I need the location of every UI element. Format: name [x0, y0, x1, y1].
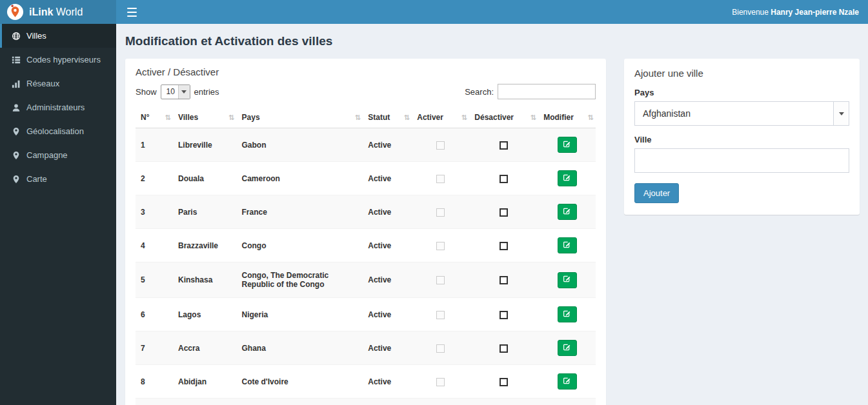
- cell-statut: Active: [363, 365, 412, 399]
- page-length-control: Show 10 entries: [136, 84, 219, 99]
- table-row: 9 Dakar Senegal Active: [136, 399, 596, 405]
- cell-statut: Active: [363, 399, 412, 405]
- cell-statut: Active: [363, 128, 412, 162]
- edit-pencil-icon: [563, 207, 571, 217]
- desactiver-checkbox[interactable]: [500, 208, 508, 217]
- datatable-toolbar: Show 10 entries Search:: [136, 84, 596, 99]
- cell-statut: Active: [363, 331, 412, 365]
- column-header-villes[interactable]: Villes⇅: [173, 107, 237, 128]
- map-marker-icon: [12, 151, 21, 160]
- page-length-select[interactable]: 10: [161, 84, 190, 99]
- activer-checkbox[interactable]: [436, 344, 445, 353]
- column-header-modifier[interactable]: Modifier⇅: [538, 107, 596, 128]
- column-header-pays[interactable]: Pays⇅: [237, 107, 363, 128]
- list-icon: [12, 55, 21, 64]
- sidebar-item-reseaux[interactable]: Réseaux: [0, 72, 116, 95]
- villes-table-panel: Activer / Désactiver Show 10 entries: [125, 59, 606, 405]
- table-row: 5 Kinshasa Congo, The Democratic Republi…: [136, 262, 596, 298]
- table-row: 3 Paris France Active: [136, 195, 596, 229]
- add-panel-title: Ajouter une ville: [634, 68, 849, 79]
- ajouter-button[interactable]: Ajouter: [634, 183, 679, 203]
- sort-icon: ⇅: [588, 114, 594, 122]
- column-header-num[interactable]: N°⇅: [136, 107, 173, 128]
- cell-num: 9: [136, 399, 173, 405]
- table-body: 1 Libreville Gabon Active 2 Douala Camer…: [136, 128, 596, 405]
- modifier-button[interactable]: [558, 373, 577, 390]
- cell-num: 2: [136, 162, 173, 195]
- ville-input[interactable]: [634, 148, 849, 173]
- modifier-button[interactable]: [558, 306, 577, 322]
- cell-ville: Libreville: [173, 128, 237, 162]
- table-row: 6 Lagos Nigeria Active: [136, 298, 596, 331]
- cell-statut: Active: [363, 229, 412, 262]
- activer-checkbox[interactable]: [436, 276, 445, 284]
- desactiver-checkbox[interactable]: [500, 378, 508, 386]
- sidebar-item-villes[interactable]: Villes: [0, 24, 116, 48]
- edit-pencil-icon: [563, 377, 571, 387]
- desactiver-checkbox[interactable]: [500, 175, 508, 183]
- entries-label: entries: [194, 87, 219, 97]
- desactiver-checkbox[interactable]: [500, 276, 508, 284]
- column-header-statut[interactable]: Statut⇅: [363, 107, 412, 128]
- activer-checkbox[interactable]: [436, 141, 445, 150]
- modifier-button[interactable]: [558, 204, 577, 220]
- activer-checkbox[interactable]: [436, 242, 445, 250]
- pays-label: Pays: [634, 88, 849, 97]
- edit-pencil-icon: [563, 275, 571, 285]
- activer-checkbox[interactable]: [436, 378, 445, 386]
- page-title: Modification et Activation des villes: [125, 34, 859, 48]
- table-row: 8 Abidjan Cote d'Ivoire Active: [136, 365, 596, 399]
- pays-select[interactable]: Afghanistan: [634, 101, 849, 126]
- search-control: Search:: [465, 84, 596, 99]
- sidebar-item-campagne[interactable]: Campagne: [0, 143, 116, 167]
- modifier-button[interactable]: [558, 170, 577, 186]
- edit-pencil-icon: [563, 343, 571, 353]
- sidebar-item-label: Campagne: [26, 150, 68, 160]
- cell-ville: Lagos: [173, 298, 237, 331]
- cell-pays: Congo: [237, 229, 363, 262]
- sort-icon: ⇅: [165, 114, 171, 122]
- modifier-button[interactable]: [558, 237, 577, 253]
- cell-ville: Dakar: [173, 399, 237, 405]
- modifier-button[interactable]: [558, 272, 577, 288]
- show-label: Show: [136, 87, 157, 97]
- modifier-button[interactable]: [558, 137, 577, 153]
- column-header-desactiver[interactable]: Désactiver⇅: [469, 107, 538, 128]
- welcome-user-name: Hanry Jean-pierre Nzale: [771, 8, 859, 17]
- search-input[interactable]: [498, 84, 596, 99]
- cell-pays: Congo, The Democratic Republic of the Co…: [237, 262, 363, 298]
- sort-icon: ⇅: [404, 114, 410, 122]
- sidebar-item-geolocalisation[interactable]: Géolocalisation: [0, 119, 116, 143]
- edit-pencil-icon: [563, 173, 571, 184]
- sidebar-item-codes-hyperviseurs[interactable]: Codes hyperviseurs: [0, 48, 116, 72]
- sidebar-item-administrateurs[interactable]: Administrateurs: [0, 95, 116, 119]
- desactiver-checkbox[interactable]: [500, 311, 508, 319]
- sort-icon: ⇅: [461, 114, 467, 122]
- sidebar-toggle-button[interactable]: [116, 0, 148, 24]
- cell-pays: Cameroon: [237, 162, 363, 195]
- sidebar-item-label: Géolocalisation: [26, 126, 84, 136]
- cell-num: 4: [136, 229, 173, 262]
- activer-checkbox[interactable]: [436, 208, 445, 217]
- edit-pencil-icon: [563, 241, 571, 251]
- modifier-button[interactable]: [558, 340, 577, 356]
- sidebar-item-label: Carte: [26, 174, 47, 184]
- add-city-panel: Ajouter une ville Pays Afghanistan Ville…: [624, 59, 860, 215]
- search-label: Search:: [465, 87, 494, 97]
- cell-pays: Ghana: [237, 331, 363, 365]
- activer-checkbox[interactable]: [436, 175, 445, 183]
- ville-label: Ville: [634, 135, 849, 144]
- table-row: 1 Libreville Gabon Active: [136, 128, 596, 162]
- column-header-activer[interactable]: Activer⇅: [412, 107, 469, 128]
- cell-ville: Kinshasa: [173, 262, 237, 298]
- villes-table: N°⇅ Villes⇅ Pays⇅ Statut⇅ Activer⇅ Désac…: [136, 107, 596, 405]
- desactiver-checkbox[interactable]: [500, 242, 508, 250]
- desactiver-checkbox[interactable]: [500, 344, 508, 353]
- user-icon: [12, 103, 21, 112]
- sort-icon: ⇅: [228, 114, 234, 122]
- desactiver-checkbox[interactable]: [500, 141, 508, 150]
- cell-ville: Brazzaville: [173, 229, 237, 262]
- sidebar-item-carte[interactable]: Carte: [0, 167, 116, 191]
- activer-checkbox[interactable]: [436, 311, 445, 319]
- signal-bars-icon: [12, 79, 21, 88]
